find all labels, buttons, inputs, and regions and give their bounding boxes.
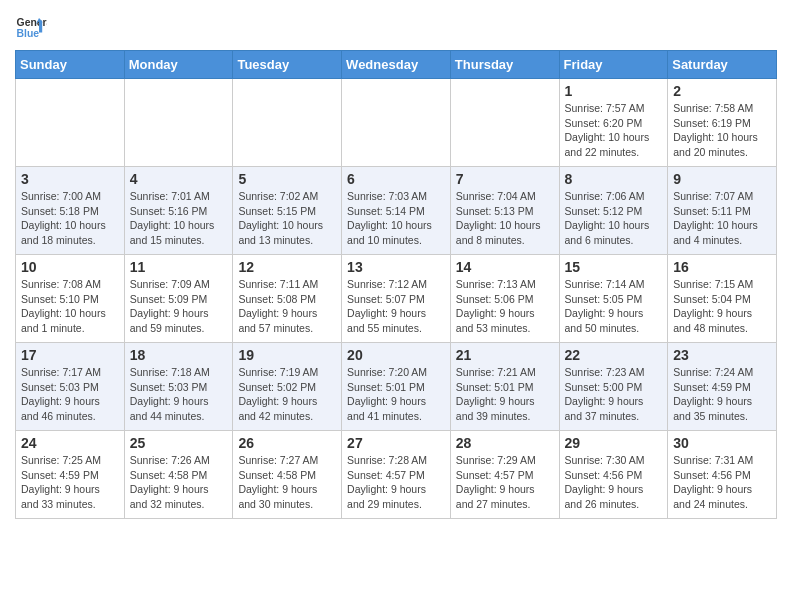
- day-number: 1: [565, 83, 663, 99]
- day-info: Sunrise: 7:17 AM Sunset: 5:03 PM Dayligh…: [21, 365, 119, 424]
- calendar-cell: 9Sunrise: 7:07 AM Sunset: 5:11 PM Daylig…: [668, 167, 777, 255]
- day-number: 20: [347, 347, 445, 363]
- calendar-cell: 18Sunrise: 7:18 AM Sunset: 5:03 PM Dayli…: [124, 343, 233, 431]
- day-number: 23: [673, 347, 771, 363]
- day-number: 17: [21, 347, 119, 363]
- calendar-cell: 12Sunrise: 7:11 AM Sunset: 5:08 PM Dayli…: [233, 255, 342, 343]
- day-info: Sunrise: 7:26 AM Sunset: 4:58 PM Dayligh…: [130, 453, 228, 512]
- day-number: 29: [565, 435, 663, 451]
- day-number: 19: [238, 347, 336, 363]
- weekday-header: Tuesday: [233, 51, 342, 79]
- calendar-cell: 7Sunrise: 7:04 AM Sunset: 5:13 PM Daylig…: [450, 167, 559, 255]
- day-number: 24: [21, 435, 119, 451]
- calendar-cell: 6Sunrise: 7:03 AM Sunset: 5:14 PM Daylig…: [342, 167, 451, 255]
- calendar-cell: [124, 79, 233, 167]
- weekday-header-row: SundayMondayTuesdayWednesdayThursdayFrid…: [16, 51, 777, 79]
- day-info: Sunrise: 7:08 AM Sunset: 5:10 PM Dayligh…: [21, 277, 119, 336]
- calendar-cell: 8Sunrise: 7:06 AM Sunset: 5:12 PM Daylig…: [559, 167, 668, 255]
- day-number: 13: [347, 259, 445, 275]
- day-info: Sunrise: 7:12 AM Sunset: 5:07 PM Dayligh…: [347, 277, 445, 336]
- day-number: 18: [130, 347, 228, 363]
- calendar-cell: 3Sunrise: 7:00 AM Sunset: 5:18 PM Daylig…: [16, 167, 125, 255]
- calendar-cell: 26Sunrise: 7:27 AM Sunset: 4:58 PM Dayli…: [233, 431, 342, 519]
- logo-icon: General Blue: [15, 10, 47, 42]
- calendar-table: SundayMondayTuesdayWednesdayThursdayFrid…: [15, 50, 777, 519]
- day-info: Sunrise: 7:06 AM Sunset: 5:12 PM Dayligh…: [565, 189, 663, 248]
- day-number: 14: [456, 259, 554, 275]
- day-info: Sunrise: 7:11 AM Sunset: 5:08 PM Dayligh…: [238, 277, 336, 336]
- calendar-cell: 1Sunrise: 7:57 AM Sunset: 6:20 PM Daylig…: [559, 79, 668, 167]
- day-number: 12: [238, 259, 336, 275]
- calendar-cell: 29Sunrise: 7:30 AM Sunset: 4:56 PM Dayli…: [559, 431, 668, 519]
- calendar-cell: 24Sunrise: 7:25 AM Sunset: 4:59 PM Dayli…: [16, 431, 125, 519]
- day-info: Sunrise: 7:29 AM Sunset: 4:57 PM Dayligh…: [456, 453, 554, 512]
- day-info: Sunrise: 7:23 AM Sunset: 5:00 PM Dayligh…: [565, 365, 663, 424]
- calendar-cell: 28Sunrise: 7:29 AM Sunset: 4:57 PM Dayli…: [450, 431, 559, 519]
- day-number: 5: [238, 171, 336, 187]
- day-info: Sunrise: 7:01 AM Sunset: 5:16 PM Dayligh…: [130, 189, 228, 248]
- weekday-header: Thursday: [450, 51, 559, 79]
- svg-text:Blue: Blue: [17, 28, 40, 39]
- day-info: Sunrise: 7:07 AM Sunset: 5:11 PM Dayligh…: [673, 189, 771, 248]
- calendar-cell: [233, 79, 342, 167]
- day-info: Sunrise: 7:09 AM Sunset: 5:09 PM Dayligh…: [130, 277, 228, 336]
- day-number: 3: [21, 171, 119, 187]
- calendar-week-row: 3Sunrise: 7:00 AM Sunset: 5:18 PM Daylig…: [16, 167, 777, 255]
- day-number: 27: [347, 435, 445, 451]
- day-number: 15: [565, 259, 663, 275]
- calendar-cell: 23Sunrise: 7:24 AM Sunset: 4:59 PM Dayli…: [668, 343, 777, 431]
- calendar-cell: 11Sunrise: 7:09 AM Sunset: 5:09 PM Dayli…: [124, 255, 233, 343]
- day-number: 30: [673, 435, 771, 451]
- day-info: Sunrise: 7:58 AM Sunset: 6:19 PM Dayligh…: [673, 101, 771, 160]
- day-number: 2: [673, 83, 771, 99]
- calendar-cell: 30Sunrise: 7:31 AM Sunset: 4:56 PM Dayli…: [668, 431, 777, 519]
- calendar-cell: 10Sunrise: 7:08 AM Sunset: 5:10 PM Dayli…: [16, 255, 125, 343]
- calendar-cell: 21Sunrise: 7:21 AM Sunset: 5:01 PM Dayli…: [450, 343, 559, 431]
- day-number: 8: [565, 171, 663, 187]
- calendar-cell: 14Sunrise: 7:13 AM Sunset: 5:06 PM Dayli…: [450, 255, 559, 343]
- day-info: Sunrise: 7:03 AM Sunset: 5:14 PM Dayligh…: [347, 189, 445, 248]
- day-number: 25: [130, 435, 228, 451]
- calendar-cell: 13Sunrise: 7:12 AM Sunset: 5:07 PM Dayli…: [342, 255, 451, 343]
- calendar-week-row: 1Sunrise: 7:57 AM Sunset: 6:20 PM Daylig…: [16, 79, 777, 167]
- calendar-cell: 20Sunrise: 7:20 AM Sunset: 5:01 PM Dayli…: [342, 343, 451, 431]
- calendar-week-row: 17Sunrise: 7:17 AM Sunset: 5:03 PM Dayli…: [16, 343, 777, 431]
- day-info: Sunrise: 7:00 AM Sunset: 5:18 PM Dayligh…: [21, 189, 119, 248]
- calendar-cell: 25Sunrise: 7:26 AM Sunset: 4:58 PM Dayli…: [124, 431, 233, 519]
- weekday-header: Friday: [559, 51, 668, 79]
- day-info: Sunrise: 7:57 AM Sunset: 6:20 PM Dayligh…: [565, 101, 663, 160]
- day-number: 4: [130, 171, 228, 187]
- calendar-cell: 16Sunrise: 7:15 AM Sunset: 5:04 PM Dayli…: [668, 255, 777, 343]
- day-info: Sunrise: 7:21 AM Sunset: 5:01 PM Dayligh…: [456, 365, 554, 424]
- calendar-cell: 5Sunrise: 7:02 AM Sunset: 5:15 PM Daylig…: [233, 167, 342, 255]
- calendar-cell: 4Sunrise: 7:01 AM Sunset: 5:16 PM Daylig…: [124, 167, 233, 255]
- day-info: Sunrise: 7:20 AM Sunset: 5:01 PM Dayligh…: [347, 365, 445, 424]
- day-number: 28: [456, 435, 554, 451]
- day-number: 6: [347, 171, 445, 187]
- calendar-cell: [342, 79, 451, 167]
- weekday-header: Saturday: [668, 51, 777, 79]
- calendar-cell: 22Sunrise: 7:23 AM Sunset: 5:00 PM Dayli…: [559, 343, 668, 431]
- day-info: Sunrise: 7:18 AM Sunset: 5:03 PM Dayligh…: [130, 365, 228, 424]
- day-info: Sunrise: 7:19 AM Sunset: 5:02 PM Dayligh…: [238, 365, 336, 424]
- day-number: 26: [238, 435, 336, 451]
- weekday-header: Monday: [124, 51, 233, 79]
- day-number: 7: [456, 171, 554, 187]
- day-number: 9: [673, 171, 771, 187]
- weekday-header: Sunday: [16, 51, 125, 79]
- day-number: 10: [21, 259, 119, 275]
- logo: General Blue: [15, 10, 47, 42]
- day-number: 21: [456, 347, 554, 363]
- calendar-cell: 27Sunrise: 7:28 AM Sunset: 4:57 PM Dayli…: [342, 431, 451, 519]
- day-info: Sunrise: 7:31 AM Sunset: 4:56 PM Dayligh…: [673, 453, 771, 512]
- day-number: 22: [565, 347, 663, 363]
- calendar-cell: [16, 79, 125, 167]
- calendar-cell: 17Sunrise: 7:17 AM Sunset: 5:03 PM Dayli…: [16, 343, 125, 431]
- day-number: 11: [130, 259, 228, 275]
- calendar-cell: 15Sunrise: 7:14 AM Sunset: 5:05 PM Dayli…: [559, 255, 668, 343]
- calendar-week-row: 24Sunrise: 7:25 AM Sunset: 4:59 PM Dayli…: [16, 431, 777, 519]
- day-info: Sunrise: 7:13 AM Sunset: 5:06 PM Dayligh…: [456, 277, 554, 336]
- day-info: Sunrise: 7:30 AM Sunset: 4:56 PM Dayligh…: [565, 453, 663, 512]
- day-number: 16: [673, 259, 771, 275]
- day-info: Sunrise: 7:04 AM Sunset: 5:13 PM Dayligh…: [456, 189, 554, 248]
